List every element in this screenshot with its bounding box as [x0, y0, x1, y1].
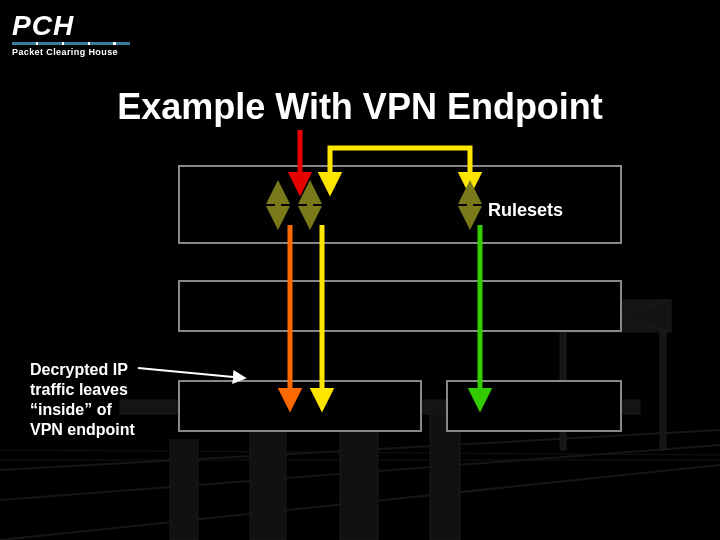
decrypted-caption: Decrypted IP traffic leaves “inside” of …: [30, 360, 160, 440]
logo-bar: [12, 42, 130, 45]
caption-line: “inside” of: [30, 401, 112, 418]
background-silhouette: [0, 0, 720, 540]
inside-left-box: [178, 380, 422, 432]
vpn-endpoint-box: [178, 280, 622, 332]
caption-line: traffic leaves: [30, 381, 128, 398]
caption-line: VPN endpoint: [30, 421, 135, 438]
logo: PCH Packet Clearing House: [12, 12, 130, 57]
inside-right-box: [446, 380, 622, 432]
svg-rect-8: [170, 440, 198, 540]
slide-title: Example With VPN Endpoint: [0, 86, 720, 128]
logo-text: PCH: [12, 12, 130, 40]
caption-line: Decrypted IP: [30, 361, 128, 378]
rulesets-label: Rulesets: [488, 200, 563, 221]
logo-subtitle: Packet Clearing House: [12, 47, 130, 57]
